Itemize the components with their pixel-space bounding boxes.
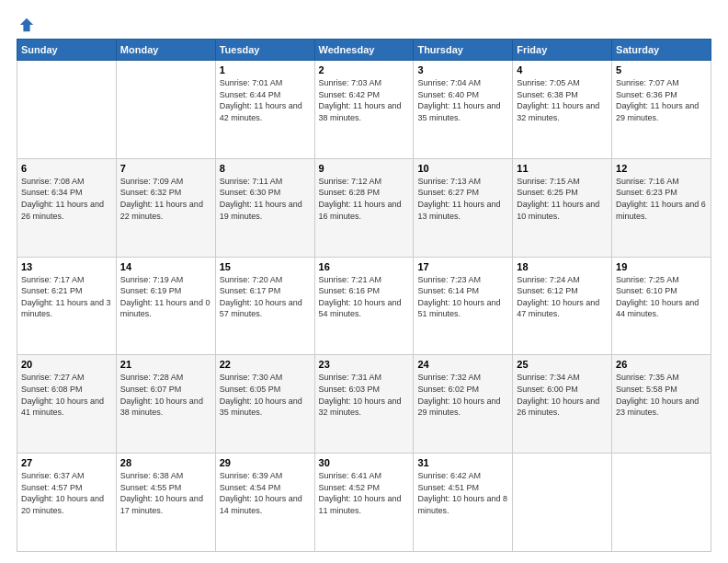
- day-info: Sunrise: 7:27 AMSunset: 6:08 PMDaylight:…: [21, 372, 112, 418]
- day-info: Sunrise: 7:01 AMSunset: 6:44 PMDaylight:…: [220, 77, 311, 123]
- week-row-4: 20Sunrise: 7:27 AMSunset: 6:08 PMDayligh…: [17, 355, 711, 454]
- day-info: Sunrise: 7:21 AMSunset: 6:16 PMDaylight:…: [319, 274, 410, 320]
- day-number: 5: [616, 64, 707, 75]
- day-number: 26: [616, 359, 707, 370]
- day-cell: 12Sunrise: 7:16 AMSunset: 6:23 PMDayligh…: [612, 158, 711, 257]
- calendar: SundayMondayTuesdayWednesdayThursdayFrid…: [17, 39, 711, 552]
- day-cell: 28Sunrise: 6:38 AMSunset: 4:55 PMDayligh…: [116, 454, 215, 552]
- day-cell: [17, 61, 117, 159]
- day-cell: 21Sunrise: 7:28 AMSunset: 6:07 PMDayligh…: [116, 355, 215, 454]
- day-info: Sunrise: 6:41 AMSunset: 4:52 PMDaylight:…: [319, 470, 410, 516]
- day-info: Sunrise: 7:03 AMSunset: 6:42 PMDaylight:…: [319, 77, 410, 123]
- day-number: 31: [417, 457, 508, 468]
- day-number: 17: [417, 261, 508, 272]
- day-number: 24: [417, 359, 508, 370]
- day-info: Sunrise: 7:08 AMSunset: 6:34 PMDaylight:…: [21, 176, 112, 222]
- day-cell: 25Sunrise: 7:34 AMSunset: 6:00 PMDayligh…: [513, 355, 612, 454]
- day-number: 27: [21, 457, 112, 468]
- day-info: Sunrise: 7:15 AMSunset: 6:25 PMDaylight:…: [517, 176, 608, 222]
- day-cell: 22Sunrise: 7:30 AMSunset: 6:05 PMDayligh…: [215, 355, 314, 454]
- day-cell: 20Sunrise: 7:27 AMSunset: 6:08 PMDayligh…: [17, 355, 117, 454]
- weekday-wednesday: Wednesday: [314, 40, 414, 61]
- day-cell: 7Sunrise: 7:09 AMSunset: 6:32 PMDaylight…: [116, 158, 215, 257]
- day-cell: 23Sunrise: 7:31 AMSunset: 6:03 PMDayligh…: [314, 355, 414, 454]
- day-info: Sunrise: 7:20 AMSunset: 6:17 PMDaylight:…: [220, 274, 311, 320]
- day-number: 16: [319, 261, 410, 272]
- weekday-header: SundayMondayTuesdayWednesdayThursdayFrid…: [17, 40, 711, 61]
- day-number: 10: [417, 163, 508, 174]
- day-number: 29: [220, 457, 311, 468]
- day-info: Sunrise: 6:39 AMSunset: 4:54 PMDaylight:…: [220, 470, 311, 516]
- day-info: Sunrise: 7:30 AMSunset: 6:05 PMDaylight:…: [220, 372, 311, 418]
- day-info: Sunrise: 7:31 AMSunset: 6:03 PMDaylight:…: [319, 372, 410, 418]
- day-cell: 9Sunrise: 7:12 AMSunset: 6:28 PMDaylight…: [314, 158, 414, 257]
- day-cell: 11Sunrise: 7:15 AMSunset: 6:25 PMDayligh…: [513, 158, 612, 257]
- weekday-tuesday: Tuesday: [215, 40, 314, 61]
- day-info: Sunrise: 7:23 AMSunset: 6:14 PMDaylight:…: [417, 274, 508, 320]
- day-info: Sunrise: 7:07 AMSunset: 6:36 PMDaylight:…: [616, 77, 707, 123]
- day-info: Sunrise: 7:17 AMSunset: 6:21 PMDaylight:…: [21, 274, 112, 320]
- day-number: 14: [120, 261, 211, 272]
- day-info: Sunrise: 7:24 AMSunset: 6:12 PMDaylight:…: [517, 274, 608, 320]
- day-cell: 14Sunrise: 7:19 AMSunset: 6:19 PMDayligh…: [116, 257, 215, 355]
- day-cell: 18Sunrise: 7:24 AMSunset: 6:12 PMDayligh…: [513, 257, 612, 355]
- week-row-2: 6Sunrise: 7:08 AMSunset: 6:34 PMDaylight…: [17, 158, 711, 257]
- day-cell: 29Sunrise: 6:39 AMSunset: 4:54 PMDayligh…: [215, 454, 314, 552]
- day-cell: 6Sunrise: 7:08 AMSunset: 6:34 PMDaylight…: [17, 158, 117, 257]
- day-number: 21: [120, 359, 211, 370]
- day-cell: 16Sunrise: 7:21 AMSunset: 6:16 PMDayligh…: [314, 257, 414, 355]
- day-cell: 27Sunrise: 6:37 AMSunset: 4:57 PMDayligh…: [17, 454, 117, 552]
- day-number: 12: [616, 163, 707, 174]
- svg-marker-0: [20, 18, 33, 31]
- weekday-sunday: Sunday: [17, 40, 117, 61]
- day-info: Sunrise: 7:13 AMSunset: 6:27 PMDaylight:…: [417, 176, 508, 222]
- day-number: 13: [21, 261, 112, 272]
- weekday-friday: Friday: [513, 40, 612, 61]
- day-info: Sunrise: 7:09 AMSunset: 6:32 PMDaylight:…: [120, 176, 211, 222]
- day-info: Sunrise: 7:12 AMSunset: 6:28 PMDaylight:…: [319, 176, 410, 222]
- logo: [17, 17, 35, 29]
- day-info: Sunrise: 7:34 AMSunset: 6:00 PMDaylight:…: [517, 372, 608, 418]
- day-number: 9: [319, 163, 410, 174]
- day-number: 18: [517, 261, 608, 272]
- day-info: Sunrise: 7:35 AMSunset: 5:58 PMDaylight:…: [616, 372, 707, 418]
- day-number: 20: [21, 359, 112, 370]
- day-info: Sunrise: 7:04 AMSunset: 6:40 PMDaylight:…: [417, 77, 508, 123]
- day-number: 15: [220, 261, 311, 272]
- week-row-5: 27Sunrise: 6:37 AMSunset: 4:57 PMDayligh…: [17, 454, 711, 552]
- day-info: Sunrise: 6:38 AMSunset: 4:55 PMDaylight:…: [120, 470, 211, 516]
- day-number: 23: [319, 359, 410, 370]
- day-number: 6: [21, 163, 112, 174]
- day-info: Sunrise: 7:16 AMSunset: 6:23 PMDaylight:…: [616, 176, 707, 222]
- day-cell: 5Sunrise: 7:07 AMSunset: 6:36 PMDaylight…: [612, 61, 711, 159]
- day-number: 2: [319, 64, 410, 75]
- day-cell: [116, 61, 215, 159]
- day-cell: 8Sunrise: 7:11 AMSunset: 6:30 PMDaylight…: [215, 158, 314, 257]
- day-info: Sunrise: 6:37 AMSunset: 4:57 PMDaylight:…: [21, 470, 112, 516]
- day-cell: 30Sunrise: 6:41 AMSunset: 4:52 PMDayligh…: [314, 454, 414, 552]
- day-cell: 15Sunrise: 7:20 AMSunset: 6:17 PMDayligh…: [215, 257, 314, 355]
- calendar-body: 1Sunrise: 7:01 AMSunset: 6:44 PMDaylight…: [17, 61, 711, 552]
- day-number: 22: [220, 359, 311, 370]
- day-cell: 26Sunrise: 7:35 AMSunset: 5:58 PMDayligh…: [612, 355, 711, 454]
- day-number: 11: [517, 163, 608, 174]
- day-cell: 17Sunrise: 7:23 AMSunset: 6:14 PMDayligh…: [414, 257, 513, 355]
- day-cell: 19Sunrise: 7:25 AMSunset: 6:10 PMDayligh…: [612, 257, 711, 355]
- day-number: 25: [517, 359, 608, 370]
- week-row-1: 1Sunrise: 7:01 AMSunset: 6:44 PMDaylight…: [17, 61, 711, 159]
- week-row-3: 13Sunrise: 7:17 AMSunset: 6:21 PMDayligh…: [17, 257, 711, 355]
- day-number: 19: [616, 261, 707, 272]
- weekday-monday: Monday: [116, 40, 215, 61]
- day-cell: 24Sunrise: 7:32 AMSunset: 6:02 PMDayligh…: [414, 355, 513, 454]
- page: SundayMondayTuesdayWednesdayThursdayFrid…: [0, 0, 728, 563]
- day-info: Sunrise: 7:32 AMSunset: 6:02 PMDaylight:…: [417, 372, 508, 418]
- logo-icon: [18, 17, 35, 33]
- day-cell: 1Sunrise: 7:01 AMSunset: 6:44 PMDaylight…: [215, 61, 314, 159]
- day-number: 1: [220, 64, 311, 75]
- day-number: 28: [120, 457, 211, 468]
- day-cell: 3Sunrise: 7:04 AMSunset: 6:40 PMDaylight…: [414, 61, 513, 159]
- day-info: Sunrise: 7:28 AMSunset: 6:07 PMDaylight:…: [120, 372, 211, 418]
- day-number: 3: [417, 64, 508, 75]
- day-info: Sunrise: 6:42 AMSunset: 4:51 PMDaylight:…: [417, 470, 508, 516]
- weekday-saturday: Saturday: [612, 40, 711, 61]
